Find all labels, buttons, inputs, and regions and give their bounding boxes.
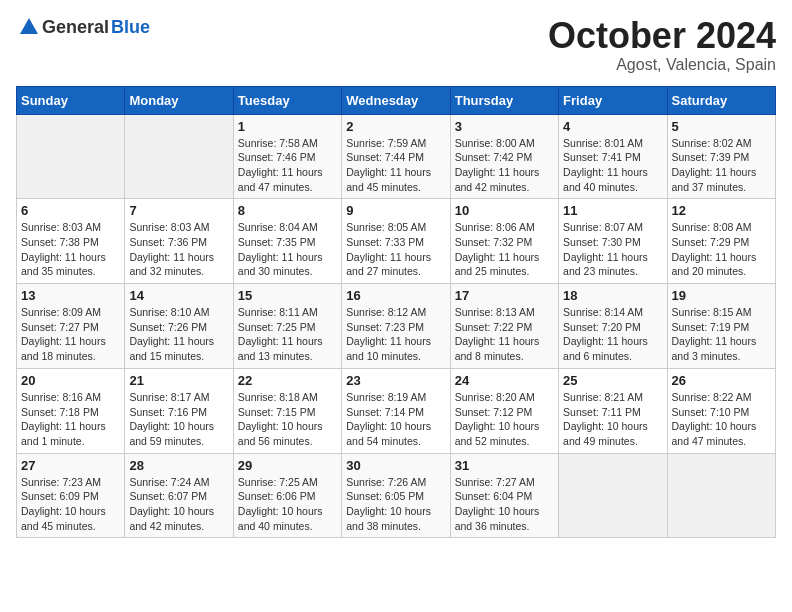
day-info: Sunrise: 8:21 AMSunset: 7:11 PMDaylight:…: [563, 390, 662, 449]
day-number: 22: [238, 373, 337, 388]
calendar-day-cell: 29Sunrise: 7:25 AMSunset: 6:06 PMDayligh…: [233, 453, 341, 538]
day-info: Sunrise: 8:03 AMSunset: 7:38 PMDaylight:…: [21, 220, 120, 279]
calendar-day-cell: 30Sunrise: 7:26 AMSunset: 6:05 PMDayligh…: [342, 453, 450, 538]
calendar-week-row: 20Sunrise: 8:16 AMSunset: 7:18 PMDayligh…: [17, 368, 776, 453]
day-number: 31: [455, 458, 554, 473]
day-info: Sunrise: 8:03 AMSunset: 7:36 PMDaylight:…: [129, 220, 228, 279]
calendar-day-cell: 26Sunrise: 8:22 AMSunset: 7:10 PMDayligh…: [667, 368, 775, 453]
day-number: 9: [346, 203, 445, 218]
calendar-day-cell: 7Sunrise: 8:03 AMSunset: 7:36 PMDaylight…: [125, 199, 233, 284]
calendar-day-cell: 16Sunrise: 8:12 AMSunset: 7:23 PMDayligh…: [342, 284, 450, 369]
day-number: 17: [455, 288, 554, 303]
calendar-day-cell: 1Sunrise: 7:58 AMSunset: 7:46 PMDaylight…: [233, 114, 341, 199]
day-number: 26: [672, 373, 771, 388]
day-info: Sunrise: 8:20 AMSunset: 7:12 PMDaylight:…: [455, 390, 554, 449]
day-number: 13: [21, 288, 120, 303]
calendar-day-cell: 15Sunrise: 8:11 AMSunset: 7:25 PMDayligh…: [233, 284, 341, 369]
day-info: Sunrise: 7:27 AMSunset: 6:04 PMDaylight:…: [455, 475, 554, 534]
calendar-day-cell: 20Sunrise: 8:16 AMSunset: 7:18 PMDayligh…: [17, 368, 125, 453]
day-info: Sunrise: 8:18 AMSunset: 7:15 PMDaylight:…: [238, 390, 337, 449]
logo-text-blue: Blue: [111, 17, 150, 38]
day-number: 29: [238, 458, 337, 473]
day-number: 21: [129, 373, 228, 388]
svg-marker-0: [20, 18, 38, 34]
calendar-day-cell: 23Sunrise: 8:19 AMSunset: 7:14 PMDayligh…: [342, 368, 450, 453]
day-info: Sunrise: 8:02 AMSunset: 7:39 PMDaylight:…: [672, 136, 771, 195]
day-number: 30: [346, 458, 445, 473]
calendar-body: 1Sunrise: 7:58 AMSunset: 7:46 PMDaylight…: [17, 114, 776, 538]
day-info: Sunrise: 8:01 AMSunset: 7:41 PMDaylight:…: [563, 136, 662, 195]
day-number: 16: [346, 288, 445, 303]
day-number: 27: [21, 458, 120, 473]
calendar-week-row: 1Sunrise: 7:58 AMSunset: 7:46 PMDaylight…: [17, 114, 776, 199]
day-number: 14: [129, 288, 228, 303]
calendar-day-cell: 25Sunrise: 8:21 AMSunset: 7:11 PMDayligh…: [559, 368, 667, 453]
day-number: 7: [129, 203, 228, 218]
calendar-day-cell: 11Sunrise: 8:07 AMSunset: 7:30 PMDayligh…: [559, 199, 667, 284]
calendar-day-cell: 19Sunrise: 8:15 AMSunset: 7:19 PMDayligh…: [667, 284, 775, 369]
day-number: 1: [238, 119, 337, 134]
calendar-day-cell: 4Sunrise: 8:01 AMSunset: 7:41 PMDaylight…: [559, 114, 667, 199]
day-info: Sunrise: 7:26 AMSunset: 6:05 PMDaylight:…: [346, 475, 445, 534]
day-number: 10: [455, 203, 554, 218]
day-info: Sunrise: 7:58 AMSunset: 7:46 PMDaylight:…: [238, 136, 337, 195]
day-number: 4: [563, 119, 662, 134]
calendar-week-row: 13Sunrise: 8:09 AMSunset: 7:27 PMDayligh…: [17, 284, 776, 369]
day-info: Sunrise: 8:19 AMSunset: 7:14 PMDaylight:…: [346, 390, 445, 449]
day-info: Sunrise: 8:07 AMSunset: 7:30 PMDaylight:…: [563, 220, 662, 279]
day-info: Sunrise: 8:00 AMSunset: 7:42 PMDaylight:…: [455, 136, 554, 195]
day-info: Sunrise: 7:24 AMSunset: 6:07 PMDaylight:…: [129, 475, 228, 534]
day-number: 18: [563, 288, 662, 303]
day-number: 5: [672, 119, 771, 134]
month-title: October 2024: [548, 16, 776, 56]
calendar-week-row: 6Sunrise: 8:03 AMSunset: 7:38 PMDaylight…: [17, 199, 776, 284]
calendar-header-cell: Friday: [559, 86, 667, 114]
day-info: Sunrise: 8:16 AMSunset: 7:18 PMDaylight:…: [21, 390, 120, 449]
day-number: 12: [672, 203, 771, 218]
calendar-header-row: SundayMondayTuesdayWednesdayThursdayFrid…: [17, 86, 776, 114]
day-info: Sunrise: 7:23 AMSunset: 6:09 PMDaylight:…: [21, 475, 120, 534]
day-info: Sunrise: 8:08 AMSunset: 7:29 PMDaylight:…: [672, 220, 771, 279]
calendar-header-cell: Wednesday: [342, 86, 450, 114]
day-number: 28: [129, 458, 228, 473]
day-info: Sunrise: 8:11 AMSunset: 7:25 PMDaylight:…: [238, 305, 337, 364]
calendar-day-cell: 21Sunrise: 8:17 AMSunset: 7:16 PMDayligh…: [125, 368, 233, 453]
calendar-day-cell: 27Sunrise: 7:23 AMSunset: 6:09 PMDayligh…: [17, 453, 125, 538]
day-number: 6: [21, 203, 120, 218]
logo-text-general: General: [42, 17, 109, 38]
calendar-day-cell: 10Sunrise: 8:06 AMSunset: 7:32 PMDayligh…: [450, 199, 558, 284]
day-info: Sunrise: 7:59 AMSunset: 7:44 PMDaylight:…: [346, 136, 445, 195]
calendar-day-cell: 5Sunrise: 8:02 AMSunset: 7:39 PMDaylight…: [667, 114, 775, 199]
calendar-day-cell: 24Sunrise: 8:20 AMSunset: 7:12 PMDayligh…: [450, 368, 558, 453]
logo: General Blue: [16, 16, 150, 38]
day-info: Sunrise: 8:06 AMSunset: 7:32 PMDaylight:…: [455, 220, 554, 279]
day-number: 19: [672, 288, 771, 303]
day-info: Sunrise: 8:17 AMSunset: 7:16 PMDaylight:…: [129, 390, 228, 449]
day-info: Sunrise: 8:04 AMSunset: 7:35 PMDaylight:…: [238, 220, 337, 279]
calendar-day-cell: 14Sunrise: 8:10 AMSunset: 7:26 PMDayligh…: [125, 284, 233, 369]
calendar-day-cell: [125, 114, 233, 199]
calendar-day-cell: [667, 453, 775, 538]
day-number: 2: [346, 119, 445, 134]
calendar-day-cell: 2Sunrise: 7:59 AMSunset: 7:44 PMDaylight…: [342, 114, 450, 199]
calendar-header-cell: Tuesday: [233, 86, 341, 114]
day-number: 11: [563, 203, 662, 218]
day-info: Sunrise: 8:05 AMSunset: 7:33 PMDaylight:…: [346, 220, 445, 279]
calendar-header-cell: Saturday: [667, 86, 775, 114]
day-number: 8: [238, 203, 337, 218]
day-info: Sunrise: 8:14 AMSunset: 7:20 PMDaylight:…: [563, 305, 662, 364]
calendar-day-cell: 3Sunrise: 8:00 AMSunset: 7:42 PMDaylight…: [450, 114, 558, 199]
day-number: 20: [21, 373, 120, 388]
logo-icon: [18, 16, 40, 38]
day-info: Sunrise: 8:15 AMSunset: 7:19 PMDaylight:…: [672, 305, 771, 364]
calendar-day-cell: 31Sunrise: 7:27 AMSunset: 6:04 PMDayligh…: [450, 453, 558, 538]
calendar-table: SundayMondayTuesdayWednesdayThursdayFrid…: [16, 86, 776, 539]
header: General Blue October 2024 Agost, Valenci…: [16, 16, 776, 74]
calendar-header-cell: Thursday: [450, 86, 558, 114]
day-info: Sunrise: 8:12 AMSunset: 7:23 PMDaylight:…: [346, 305, 445, 364]
calendar-day-cell: [559, 453, 667, 538]
calendar-day-cell: 13Sunrise: 8:09 AMSunset: 7:27 PMDayligh…: [17, 284, 125, 369]
title-area: October 2024 Agost, Valencia, Spain: [548, 16, 776, 74]
calendar-header-cell: Sunday: [17, 86, 125, 114]
calendar-day-cell: 28Sunrise: 7:24 AMSunset: 6:07 PMDayligh…: [125, 453, 233, 538]
